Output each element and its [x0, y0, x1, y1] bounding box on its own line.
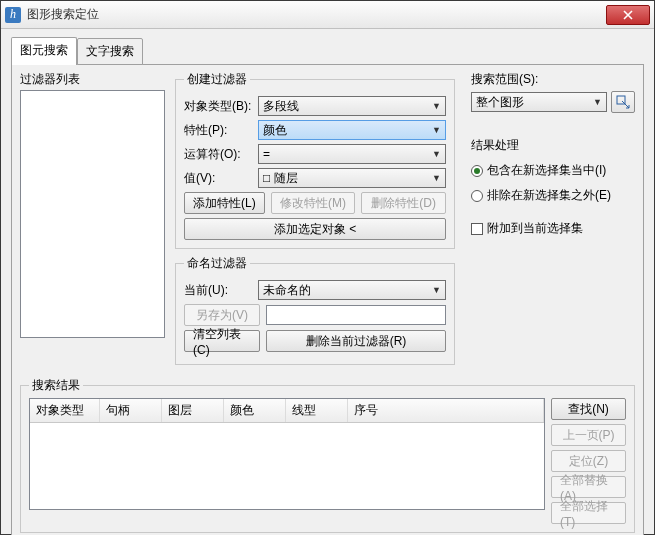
col-index[interactable]: 序号: [348, 399, 544, 422]
tab-text-search[interactable]: 文字搜索: [77, 38, 143, 65]
chevron-down-icon: ▼: [432, 125, 441, 135]
obj-type-label: 对象类型(B):: [184, 98, 252, 115]
app-icon: h: [5, 7, 21, 23]
find-button[interactable]: 查找(N): [551, 398, 626, 420]
add-selected-object-button[interactable]: 添加选定对象 <: [184, 218, 446, 240]
col-color[interactable]: 颜色: [224, 399, 286, 422]
replace-all-button: 全部替换(A): [551, 476, 626, 498]
titlebar: h 图形搜索定位: [1, 1, 654, 29]
property-select[interactable]: 颜色▼: [258, 120, 446, 140]
search-results-group: 搜索结果 对象类型 句柄 图层 颜色 线型 序号: [20, 377, 635, 533]
value-label: 值(V):: [184, 170, 252, 187]
chevron-down-icon: ▼: [432, 101, 441, 111]
tab-strip: 图元搜索 文字搜索: [11, 37, 644, 65]
close-button[interactable]: [606, 5, 650, 25]
tab-element-search[interactable]: 图元搜索: [11, 37, 77, 65]
close-icon: [623, 10, 633, 20]
results-header: 对象类型 句柄 图层 颜色 线型 序号: [30, 399, 544, 423]
radio-exclude-label: 排除在新选择集之外(E): [487, 187, 611, 204]
pick-scope-button[interactable]: [611, 91, 635, 113]
radio-icon: [471, 165, 483, 177]
add-property-button[interactable]: 添加特性(L): [184, 192, 265, 214]
checkbox-icon: [471, 223, 483, 235]
results-table[interactable]: 对象类型 句柄 图层 颜色 线型 序号: [29, 398, 545, 510]
select-all-button: 全部选择(T): [551, 502, 626, 524]
current-filter-select[interactable]: 未命名的▼: [258, 280, 446, 300]
filter-listbox[interactable]: [20, 90, 165, 338]
chevron-down-icon: ▼: [432, 173, 441, 183]
dialog-window: h 图形搜索定位 图元搜索 文字搜索 过滤器列表 创建过滤器: [0, 0, 655, 535]
prev-page-button: 上一页(P): [551, 424, 626, 446]
edit-property-button: 修改特性(M): [271, 192, 356, 214]
locate-button: 定位(Z): [551, 450, 626, 472]
property-label: 特性(P):: [184, 122, 252, 139]
save-as-input[interactable]: [266, 305, 446, 325]
filter-list-label: 过滤器列表: [20, 71, 165, 88]
radio-exclude[interactable]: 排除在新选择集之外(E): [471, 187, 635, 204]
col-layer[interactable]: 图层: [162, 399, 224, 422]
col-object-type[interactable]: 对象类型: [30, 399, 100, 422]
col-linetype[interactable]: 线型: [286, 399, 348, 422]
search-results-legend: 搜索结果: [29, 377, 83, 394]
radio-icon: [471, 190, 483, 202]
result-handling-label: 结果处理: [471, 137, 635, 154]
search-scope-select[interactable]: 整个图形▼: [471, 92, 607, 112]
chevron-down-icon: ▼: [432, 285, 441, 295]
clear-list-button[interactable]: 清空列表(C): [184, 330, 260, 352]
delete-current-filter-button[interactable]: 删除当前过滤器(R): [266, 330, 446, 352]
select-icon: [616, 95, 630, 109]
radio-include[interactable]: 包含在新选择集当中(I): [471, 162, 635, 179]
delete-property-button: 删除特性(D): [361, 192, 446, 214]
save-as-button: 另存为(V): [184, 304, 260, 326]
checkbox-append-label: 附加到当前选择集: [487, 220, 583, 237]
named-filter-group: 命名过滤器 当前(U): 未命名的▼ 另存为(V) 清空列表(C) 删除当前过滤…: [175, 255, 455, 365]
col-handle[interactable]: 句柄: [100, 399, 162, 422]
checkbox-append[interactable]: 附加到当前选择集: [471, 220, 635, 237]
create-filter-legend: 创建过滤器: [184, 71, 250, 88]
chevron-down-icon: ▼: [593, 97, 602, 107]
current-label: 当前(U):: [184, 282, 252, 299]
tab-panel: 过滤器列表 创建过滤器 对象类型(B): 多段线▼ 特性(P): 颜色▼: [11, 64, 644, 535]
value-select[interactable]: □ 随层▼: [258, 168, 446, 188]
window-title: 图形搜索定位: [27, 6, 606, 23]
operator-label: 运算符(O):: [184, 146, 252, 163]
named-filter-legend: 命名过滤器: [184, 255, 250, 272]
operator-select[interactable]: =▼: [258, 144, 446, 164]
radio-include-label: 包含在新选择集当中(I): [487, 162, 606, 179]
obj-type-select[interactable]: 多段线▼: [258, 96, 446, 116]
create-filter-group: 创建过滤器 对象类型(B): 多段线▼ 特性(P): 颜色▼ 运算符(O): =…: [175, 71, 455, 249]
chevron-down-icon: ▼: [432, 149, 441, 159]
search-scope-label: 搜索范围(S):: [471, 71, 635, 88]
